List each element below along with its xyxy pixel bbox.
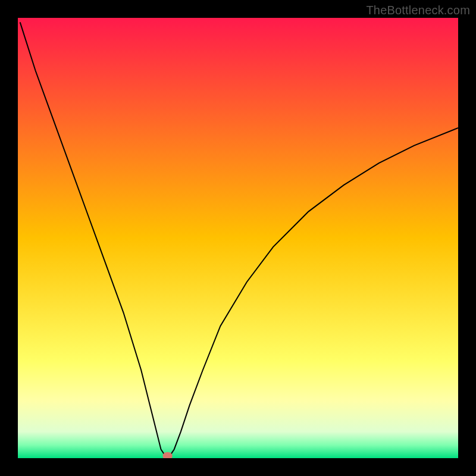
- bottleneck-chart: [18, 18, 458, 458]
- chart-background: [18, 18, 458, 458]
- attribution-text: TheBottleneck.com: [366, 4, 470, 17]
- chart-frame: TheBottleneck.com: [0, 0, 476, 476]
